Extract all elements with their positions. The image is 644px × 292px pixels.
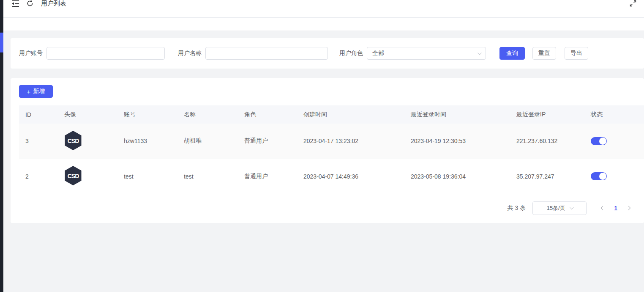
reset-button[interactable]: 重置 — [532, 47, 556, 60]
tab-user-list[interactable]: 用户列表 — [41, 0, 66, 7]
avatar: CSD — [64, 130, 82, 151]
fold-sidebar-button[interactable] — [12, 0, 19, 7]
fullscreen-icon — [630, 0, 636, 7]
col-name: 名称 — [177, 105, 238, 124]
cell-last-ip: 35.207.97.247 — [510, 159, 584, 194]
hex-logo-icon: CSD — [64, 130, 82, 151]
search-button[interactable]: 查询 — [499, 47, 525, 60]
role-label: 用户角色 — [339, 50, 363, 57]
page-size-value: 15条/页 — [547, 204, 565, 212]
name-input[interactable] — [205, 47, 328, 60]
refresh-icon — [27, 0, 33, 7]
chevron-left-icon — [601, 206, 605, 210]
topbar: 用户列表 — [3, 0, 644, 18]
pagination-total: 共 3 条 — [508, 204, 526, 212]
col-status: 状态 — [584, 105, 644, 124]
toggle-knob — [599, 173, 606, 180]
cell-role: 普通用户 — [238, 124, 297, 159]
next-page-button[interactable] — [622, 207, 635, 209]
cell-last-ip: 221.237.60.132 — [510, 124, 584, 159]
fullscreen-button[interactable] — [630, 0, 636, 7]
col-avatar: 头像 — [58, 105, 117, 124]
table-row: 3 CSD hzw1133 胡祖唯 普通用户 2023-04-17 13:23:… — [19, 124, 644, 159]
export-button[interactable]: 导出 — [565, 47, 588, 60]
col-last-login: 最近登录时间 — [404, 105, 510, 124]
col-id: ID — [19, 105, 58, 124]
plus-icon: + — [27, 88, 31, 95]
cell-id: 3 — [19, 124, 58, 159]
table-row: 2 CSD test test 普通用户 2023-04-07 14:49:36 — [19, 159, 644, 194]
cell-name: test — [177, 159, 238, 194]
table-card: + 新增 ID 头像 账号 名称 角色 创建时间 最近登录时间 最近登录IP — [11, 78, 644, 223]
chevron-down-icon — [570, 205, 574, 209]
cell-created: 2023-04-07 14:49:36 — [297, 159, 404, 194]
chevron-down-icon — [478, 51, 482, 55]
account-input[interactable] — [46, 47, 165, 60]
pagination: 共 3 条 15条/页 1 — [11, 194, 644, 222]
prev-page-button[interactable] — [597, 207, 609, 209]
filter-card: 用户账号 用户名称 用户角色 全部 查询 重置 导出 — [11, 38, 644, 69]
col-created: 创建时间 — [297, 105, 404, 124]
collapsed-sidebar[interactable] — [0, 0, 3, 292]
cell-id: 2 — [19, 159, 58, 194]
name-label: 用户名称 — [178, 50, 202, 57]
cell-name: 胡祖唯 — [177, 124, 238, 159]
fold-icon — [12, 0, 19, 7]
current-page[interactable]: 1 — [609, 205, 622, 212]
role-select[interactable]: 全部 — [367, 47, 486, 60]
table-header-row: ID 头像 账号 名称 角色 创建时间 最近登录时间 最近登录IP 状态 — [19, 105, 644, 124]
account-label: 用户账号 — [19, 50, 43, 57]
add-button-label: 新增 — [33, 88, 45, 95]
toggle-knob — [599, 138, 606, 145]
cell-last-login: 2023-05-08 19:36:04 — [404, 159, 510, 194]
cell-account: hzw1133 — [117, 124, 177, 159]
add-user-button[interactable]: + 新增 — [19, 85, 53, 98]
hex-logo-icon: CSD — [64, 165, 82, 186]
avatar: CSD — [64, 165, 82, 186]
cell-created: 2023-04-17 13:23:02 — [297, 124, 404, 159]
svg-text:CSD: CSD — [68, 138, 79, 144]
tabbar-spacer — [3, 18, 644, 30]
status-toggle[interactable] — [591, 137, 607, 145]
sidebar-active-item[interactable] — [0, 33, 3, 52]
status-toggle[interactable] — [591, 172, 607, 180]
cell-role: 普通用户 — [238, 159, 297, 194]
chevron-right-icon — [627, 206, 631, 210]
tab-label: 用户列表 — [41, 0, 66, 7]
svg-text:CSD: CSD — [68, 173, 79, 179]
user-table: ID 头像 账号 名称 角色 创建时间 最近登录时间 最近登录IP 状态 3 — [19, 105, 644, 194]
cell-last-login: 2023-04-19 12:30:53 — [404, 124, 510, 159]
page-size-select[interactable]: 15条/页 — [532, 201, 587, 215]
cell-account: test — [117, 159, 177, 194]
role-selected-value: 全部 — [372, 50, 478, 57]
col-account: 账号 — [117, 105, 177, 124]
refresh-button[interactable] — [27, 0, 33, 7]
col-last-ip: 最近登录IP — [510, 105, 584, 124]
col-role: 角色 — [238, 105, 297, 124]
